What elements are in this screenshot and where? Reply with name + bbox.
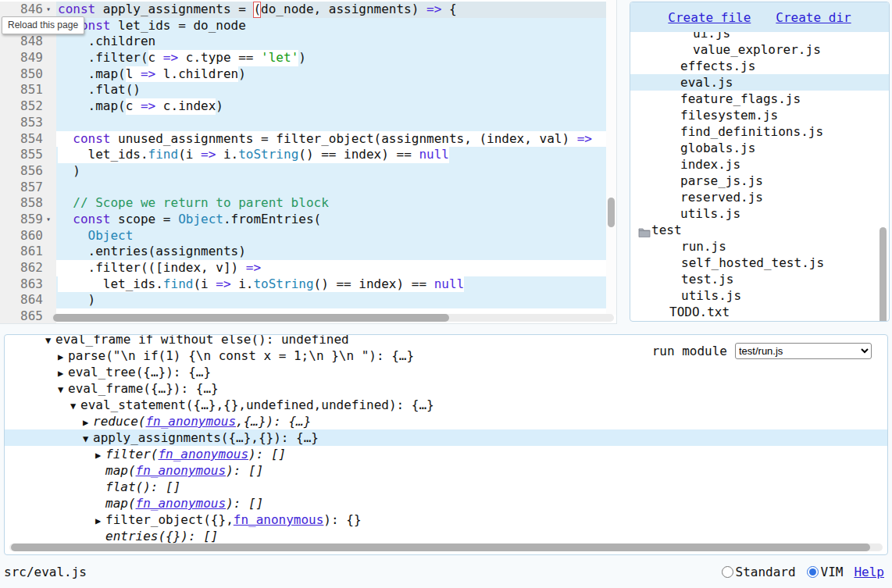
file-tree-scrollbar-thumb[interactable] [880,227,887,322]
file-name: test.js [681,271,733,287]
calltree-row[interactable]: ▶filter(fn_anonymous): [] [5,446,887,462]
code-line[interactable]: 847 const let_ids = do_node [0,18,616,34]
file-tree-item[interactable]: parse_js.js [630,173,889,189]
fold-arrow-icon[interactable]: ▾ [46,2,56,18]
calltree-horizontal-scrollbar-thumb[interactable] [11,543,870,551]
file-name: value_explorer.js [693,41,821,58]
file-tree-item[interactable]: value_explorer.js [630,41,889,58]
code-line[interactable]: 858 // Scope we return to parent block [0,195,616,212]
current-file-path: src/eval.js [4,565,722,579]
code-line[interactable]: 860 Object [0,228,616,244]
file-tree-item[interactable]: self_hosted_test.js [630,255,889,271]
help-link[interactable]: Help [854,565,884,579]
code-line[interactable]: 855 let_ids.find(i => i.toString() == in… [0,147,616,163]
line-number-gutter: 858 [0,195,56,212]
file-panel: Create file Create dir ui.jsvalue_explor… [630,2,890,322]
code-line[interactable]: 857 [0,180,616,196]
file-tree-item[interactable]: TODO.txt [630,304,889,320]
file-tree-folder[interactable]: test [630,222,889,238]
calltree-row[interactable]: map(fn_anonymous): [] [5,462,887,479]
file-tree-item[interactable]: utils.js [630,205,889,222]
file-tree-item[interactable]: globals.js [630,140,889,156]
call-label: ): [] [226,496,263,511]
code-line[interactable]: 849 .filter(c => c.type == 'let') [0,50,616,66]
expanded-arrow-icon[interactable]: ▼ [83,431,93,447]
collapsed-arrow-icon[interactable]: ▶ [58,349,68,365]
collapsed-arrow-icon[interactable]: ▶ [95,513,105,529]
code-line[interactable]: 846▾const apply_assignments = (do_node, … [0,2,616,18]
file-tree-item[interactable]: feature_flags.js [630,91,889,107]
expanded-arrow-icon[interactable]: ▼ [58,382,68,398]
file-name: filesystem.js [680,107,778,123]
call-label: filter( [105,447,158,461]
expanded-arrow-icon[interactable]: ▼ [45,334,55,349]
calltree-row[interactable]: ▼apply_assignments({…},{}): {…} [5,429,887,446]
create-dir-link[interactable]: Create dir [776,10,851,25]
fn-anonymous-link[interactable]: fn_anonymous [145,414,236,429]
code-line[interactable]: 851 .flat() [0,82,616,98]
calltree-row[interactable]: ▶reduce(fn_anonymous,{…}): {…} [5,413,887,429]
code-line[interactable]: 863 let_ids.find(i => i.toString() == in… [0,276,616,293]
file-tree-item[interactable]: index.js [630,156,889,173]
code-editor[interactable]: 846▾const apply_assignments = (do_node, … [0,0,617,324]
calltree-row[interactable]: ▶eval_tree({…}): {…} [5,364,887,380]
file-tree-item[interactable]: reserved.js [630,189,889,205]
editor-horizontal-scrollbar-thumb[interactable] [53,314,449,322]
call-label: eval_tree({…}): {…} [68,365,211,380]
line-number-gutter: 863 [0,276,56,293]
file-name: parse_js.js [680,173,763,189]
editor-vertical-scrollbar-track [606,0,616,315]
line-number-gutter: 852 [0,98,56,115]
fn-anonymous-link[interactable]: fn_anonymous [158,447,248,461]
code-line[interactable]: 856 ) [0,163,616,180]
code-line[interactable]: 859▾ const scope = Object.fromEntries( [0,212,616,228]
code-line[interactable]: 864 ) [0,292,616,308]
vim-mode-option[interactable]: VIM [807,565,844,579]
file-tree-item[interactable]: test.js [630,271,889,287]
file-tree-item[interactable]: ui.js [630,32,889,41]
calltree-row[interactable]: ▶filter_object({},fn_anonymous): {} [5,511,887,528]
code-line[interactable]: 850 .map(l => l.children) [0,66,616,83]
calltree-row[interactable]: flat(): [] [5,479,887,495]
standard-mode-radio[interactable] [722,566,733,578]
fn-anonymous-link[interactable]: fn_anonymous [136,496,227,511]
collapsed-arrow-icon[interactable]: ▶ [58,365,68,382]
call-label: parse("\n if(1) {\n const x = 1;\n }\n "… [68,348,414,363]
calltree-row[interactable]: ▼eval_statement({…},{},undefined,undefin… [5,397,887,413]
vim-mode-radio[interactable] [807,566,819,578]
code-line[interactable]: 854 const unused_assignments = filter_ob… [0,131,616,148]
run-module-select[interactable]: test/run.js [735,343,872,359]
create-file-link[interactable]: Create file [668,10,751,25]
collapsed-arrow-icon[interactable]: ▶ [83,415,93,431]
folder-icon [638,225,651,235]
code-line[interactable]: 848 .children [0,34,616,50]
line-number-gutter: 850 [0,66,56,83]
editor-vertical-scrollbar-thumb[interactable] [608,198,615,227]
collapsed-arrow-icon[interactable]: ▶ [95,447,105,464]
file-tree-item[interactable]: utils.js [630,287,889,304]
browser-reload-tooltip: Reload this page [2,16,84,34]
file-tree-item[interactable]: find_definitions.js [630,123,889,140]
calltree-row[interactable]: map(fn_anonymous): [] [5,495,887,511]
standard-mode-option[interactable]: Standard [722,565,796,579]
code-line[interactable]: 862 .filter(([index, v]) => [0,260,616,276]
file-tree-item[interactable]: eval.js [630,74,889,91]
fold-arrow-icon[interactable]: ▾ [46,212,56,228]
call-label: entries({}): [] [105,529,219,543]
line-number-gutter: 859▾ [0,212,56,228]
code-line[interactable]: 852 .map(c => c.index) [0,98,616,115]
file-tree-item[interactable]: run.js [630,238,889,255]
file-tree-item[interactable]: effects.js [630,58,889,74]
fn-anonymous-link[interactable]: fn_anonymous [234,512,324,527]
calltree-row[interactable]: ▼eval_frame({…}): {…} [5,380,887,397]
code-line[interactable]: 853 [0,115,616,131]
file-name: reserved.js [680,189,763,205]
fn-anonymous-link[interactable]: fn_anonymous [136,463,227,478]
code-line[interactable]: 861 .entries(assignments) [0,244,616,260]
file-tree-item[interactable]: filesystem.js [630,107,889,123]
expanded-arrow-icon[interactable]: ▼ [70,398,80,415]
file-tree: ui.jsvalue_explorer.jseffects.jseval.jsf… [630,32,889,322]
call-label: eval_frame if without else(): undefined [55,334,349,347]
file-name: test [651,222,682,238]
calltree-row[interactable]: entries({}): [] [5,528,887,544]
